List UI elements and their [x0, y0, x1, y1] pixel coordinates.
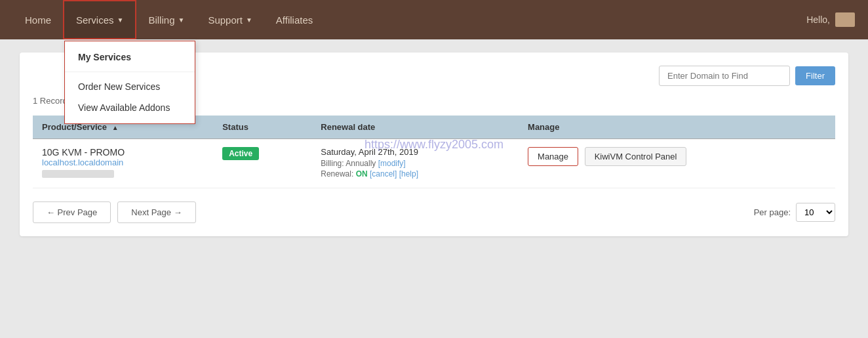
nav-support[interactable]: Support ▼ [196, 0, 264, 39]
service-domain[interactable]: localhost.localdomain [42, 158, 123, 167]
avatar [835, 12, 855, 27]
per-page-section: Per page: 10 25 50 100 [754, 203, 835, 222]
nav-services[interactable]: Services ▼ My Services Order New Service… [63, 0, 136, 39]
services-dropdown-arrow: ▼ [117, 16, 124, 24]
filter-button[interactable]: Filter [795, 66, 835, 85]
renewal-date: Saturday, April 27th, 2019 [321, 147, 509, 157]
col-renewal: Renewal date [311, 116, 519, 139]
help-link[interactable]: [help] [399, 169, 418, 179]
nav-affiliates[interactable]: Affiliates [264, 0, 325, 39]
pagination-row: ← Prev Page Next Page → Per page: 10 25 … [33, 201, 835, 223]
nav-home[interactable]: Home [13, 0, 63, 39]
per-page-label: Per page: [754, 207, 791, 217]
manage-button[interactable]: Manage [528, 147, 578, 166]
cell-actions: Manage KiwiVM Control Panel [519, 139, 835, 188]
nav-items: Home Services ▼ My Services Order New Se… [13, 0, 806, 39]
services-dropdown: My Services Order New Services View Avai… [64, 41, 195, 124]
cancel-link[interactable]: [cancel] [370, 169, 397, 179]
dropdown-view-addons[interactable]: View Available Addons [65, 97, 195, 118]
renewal-on: ON [356, 169, 368, 179]
pagination-buttons: ← Prev Page Next Page → [33, 201, 196, 223]
service-name: 10G KVM - PROMO [42, 147, 204, 158]
cell-renewal: Saturday, April 27th, 2019 Billing: Annu… [311, 139, 519, 188]
table-body: 10G KVM - PROMO localhost.localdomain Ac… [33, 139, 835, 188]
modify-link[interactable]: [modify] [378, 159, 406, 168]
sort-icon: ▲ [112, 124, 119, 131]
nav-affiliates-label: Affiliates [276, 14, 313, 26]
user-greeting: Hello, [806, 14, 830, 25]
nav-billing-label: Billing [148, 14, 174, 26]
navbar: Home Services ▼ My Services Order New Se… [0, 0, 868, 39]
cell-status: Active [213, 139, 311, 188]
renewal-status: Renewal: ON [cancel] [help] [321, 169, 509, 179]
domain-filter-input[interactable] [659, 66, 790, 86]
nav-user: Hello, [806, 12, 855, 27]
status-badge: Active [222, 147, 259, 160]
next-page-button[interactable]: Next Page → [117, 201, 195, 223]
per-page-select[interactable]: 10 25 50 100 [796, 203, 835, 222]
col-status: Status [213, 116, 311, 139]
dropdown-order-new[interactable]: Order New Services [65, 76, 195, 97]
col-manage: Manage [519, 116, 835, 139]
nav-support-label: Support [208, 14, 243, 26]
nav-home-label: Home [25, 14, 51, 26]
nav-billing[interactable]: Billing ▼ [136, 0, 196, 39]
support-dropdown-arrow: ▼ [246, 16, 252, 24]
prev-page-button[interactable]: ← Prev Page [33, 201, 111, 223]
cell-product: 10G KVM - PROMO localhost.localdomain [33, 139, 213, 188]
renewal-billing: Billing: Annually [modify] [321, 159, 509, 168]
billing-dropdown-arrow: ▼ [178, 16, 184, 24]
nav-services-label: Services [76, 14, 114, 26]
kiwi-button[interactable]: KiwiVM Control Panel [585, 147, 687, 166]
table-row: 10G KVM - PROMO localhost.localdomain Ac… [33, 139, 835, 188]
dropdown-divider [65, 72, 195, 72]
services-table: Product/Service ▲ Status Renewal date Ma… [33, 116, 835, 188]
service-ip-bar [42, 170, 114, 178]
dropdown-my-services[interactable]: My Services [65, 47, 195, 68]
